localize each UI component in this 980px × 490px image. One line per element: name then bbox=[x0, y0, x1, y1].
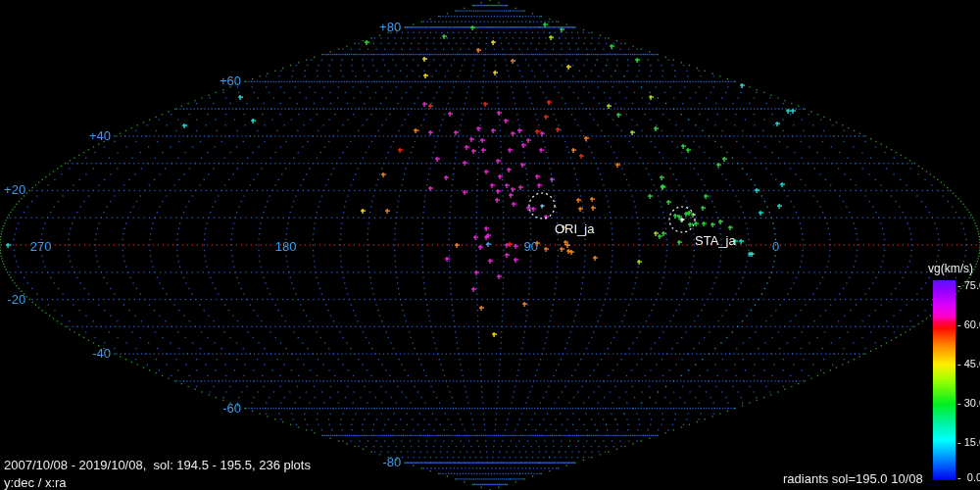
colorbar-tick-label: - 15.0 bbox=[957, 436, 980, 448]
shower-label-sta: STA_ja bbox=[695, 233, 736, 248]
shower-label-ori: ORI_ja bbox=[555, 221, 594, 236]
date-range-status: 2007/10/08 - 2019/10/08, sol: 194.5 - 19… bbox=[4, 458, 311, 472]
colorbar-tick-label: - 60.0 bbox=[957, 318, 980, 330]
colorbar-tick-label: - 45.0 bbox=[957, 358, 980, 369]
ra-tick-label: 270 bbox=[30, 239, 52, 254]
colorbar-title: vg(km/s) bbox=[928, 262, 973, 275]
velocity-colorbar bbox=[933, 280, 956, 480]
dec-tick-label: +60 bbox=[220, 74, 241, 88]
dec-tick-label: -80 bbox=[382, 455, 401, 469]
ra-tick-label: 0 bbox=[772, 239, 779, 254]
dec-tick-label: -40 bbox=[92, 346, 111, 361]
radiant-map-screen: +80+60+40+20-20-40-60-80270180900 ORI_ja… bbox=[0, 0, 980, 490]
axes-legend: y:dec / x:ra bbox=[4, 475, 67, 490]
colorbar-tick-label: - 0.0 bbox=[957, 471, 980, 483]
colorbar-tick-label: - 30.0 bbox=[957, 397, 980, 409]
radiant-map-canvas bbox=[0, 0, 980, 490]
radiants-sol-status: radiants sol=195.0 10/08 bbox=[783, 471, 923, 486]
ra-tick-label: 90 bbox=[523, 239, 537, 254]
dec-tick-label: +40 bbox=[89, 128, 111, 143]
ra-tick-label: 180 bbox=[275, 239, 297, 254]
dec-tick-label: +80 bbox=[379, 20, 401, 34]
dec-tick-label: -60 bbox=[222, 401, 241, 416]
colorbar-tick-label: - 75.0 bbox=[957, 279, 980, 291]
dec-tick-label: +20 bbox=[4, 182, 25, 197]
dec-tick-label: -20 bbox=[7, 292, 25, 307]
